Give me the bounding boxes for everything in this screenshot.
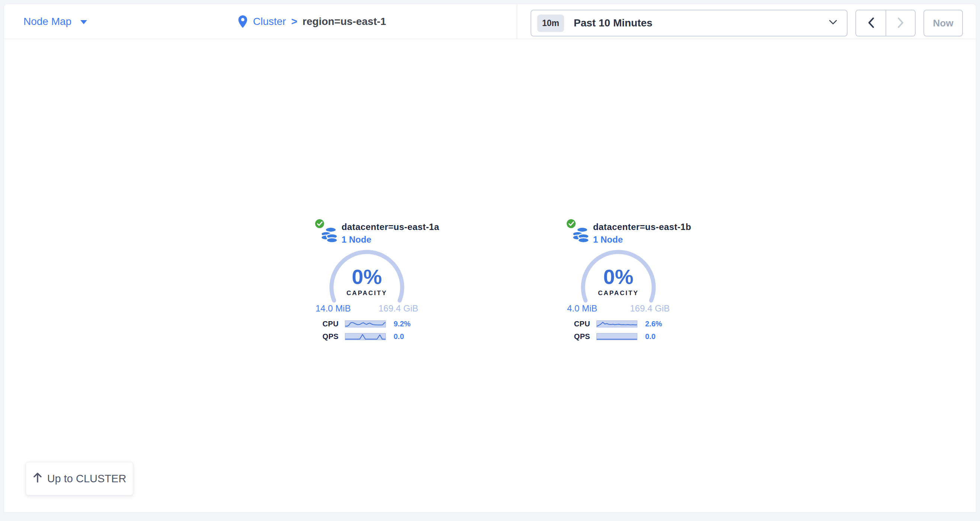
capacity-caption: CAPACITY [328,290,406,297]
sparkline-chart [345,320,386,328]
chevron-left-icon [867,17,875,29]
capacity-values: 4.0 MiB 169.4 GiB [567,303,670,314]
stat-value: 0.0 [394,332,404,341]
stat-row: QPS 0.0 [569,332,670,341]
chevron-down-icon [829,20,837,26]
locality-card-header[interactable]: datacenter=us-east-1b 1 Node [566,218,670,245]
sparkline-chart [597,333,637,340]
locality-card[interactable]: datacenter=us-east-1b 1 Node 0% CAPACITY… [566,218,670,341]
stat-row: QPS 0.0 [318,332,419,341]
database-stack-icon [321,226,339,246]
header-bar: Node Map Cluster > region=us-east-1 10m … [4,4,976,39]
breadcrumb-separator: > [291,16,297,27]
capacity-used: 4.0 MiB [567,303,597,314]
capacity-gauge: 0% CAPACITY 14.0 MiB 169.4 GiB [328,249,406,316]
chevron-right-icon [897,17,904,29]
sparkline-chart [345,333,386,340]
time-prev-button[interactable] [856,10,886,36]
database-stack-icon [572,226,591,246]
breadcrumb: Cluster > region=us-east-1 [238,4,386,39]
locality-titles: datacenter=us-east-1a 1 Node [342,222,439,245]
header-divider [517,4,517,39]
up-to-cluster-label: Up to CLUSTER [47,473,127,485]
capacity-percent: 0% [579,264,657,289]
arrow-up-icon [33,472,42,485]
check-circle-icon [566,218,577,229]
view-selector-label: Node Map [24,16,72,27]
caret-down-icon [80,20,87,24]
capacity-caption: CAPACITY [579,290,657,297]
time-next-button[interactable] [886,10,915,36]
breadcrumb-cluster-link[interactable]: Cluster [253,16,286,27]
view-selector[interactable]: Node Map [24,4,87,39]
locality-node-count: 1 Node [342,234,439,245]
capacity-total: 169.4 GiB [630,303,670,314]
capacity-values: 14.0 MiB 169.4 GiB [315,303,418,314]
stat-label: QPS [318,332,339,341]
up-to-cluster-button[interactable]: Up to CLUSTER [25,462,133,496]
time-range-label: Past 10 Minutes [574,17,829,29]
stat-row: CPU 9.2% [318,320,419,328]
location-pin-icon [238,15,248,28]
capacity-percent: 0% [328,264,406,289]
sparkline-chart [597,320,637,328]
time-pager [855,10,916,37]
stat-value: 0.0 [645,332,655,341]
stat-label: QPS [569,332,590,341]
stat-value: 9.2% [394,320,411,328]
stat-label: CPU [569,320,590,328]
time-range-select[interactable]: 10m Past 10 Minutes [531,10,848,37]
locality-titles: datacenter=us-east-1b 1 Node [593,222,691,245]
breadcrumb-current: region=us-east-1 [302,16,386,27]
stat-value: 2.6% [645,320,662,328]
locality-stats: CPU 2.6% QPS 0.0 [566,320,670,341]
capacity-gauge: 0% CAPACITY 4.0 MiB 169.4 GiB [579,249,657,316]
locality-node-count: 1 Node [593,234,691,245]
capacity-used: 14.0 MiB [315,303,351,314]
locality-card-header[interactable]: datacenter=us-east-1a 1 Node [315,218,419,245]
time-range-badge: 10m [537,14,564,32]
locality-title: datacenter=us-east-1a [342,222,439,232]
stat-row: CPU 2.6% [569,320,670,328]
locality-card[interactable]: datacenter=us-east-1a 1 Node 0% CAPACITY… [315,218,419,341]
time-now-button[interactable]: Now [923,10,963,37]
check-circle-icon [314,218,325,229]
capacity-total: 169.4 GiB [379,303,418,314]
stat-label: CPU [318,320,339,328]
content-panel: Node Map Cluster > region=us-east-1 10m … [4,4,976,513]
locality-stats: CPU 9.2% QPS 0.0 [315,320,419,341]
locality-title: datacenter=us-east-1b [593,222,691,232]
